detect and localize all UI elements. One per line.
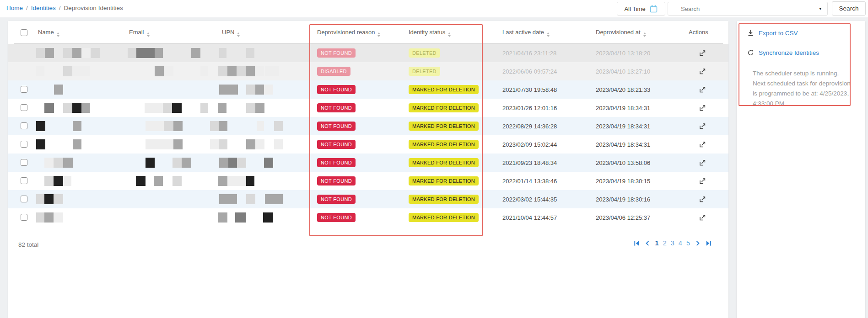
redacted-block xyxy=(63,158,73,168)
identity-status-badge: MARKED FOR DELETION xyxy=(409,176,479,186)
row-checkbox[interactable] xyxy=(21,214,27,221)
redacted-block xyxy=(164,121,173,131)
column-header-name[interactable]: Name xyxy=(38,29,59,37)
search-button[interactable]: Search xyxy=(832,1,866,16)
top-bar: Home/Identities/Deprovision Identities A… xyxy=(0,0,868,17)
open-details-icon[interactable] xyxy=(699,86,706,93)
redacted-block xyxy=(274,194,283,204)
pager-page-5[interactable]: 5 xyxy=(686,239,690,247)
redacted-block xyxy=(63,48,72,58)
pager-page-1[interactable]: 1 xyxy=(655,239,659,247)
table-row: NOT FOUNDMARKED FOR DELETION2021/09/23 1… xyxy=(8,154,728,172)
deprovisioned-reason-badge: NOT FOUND xyxy=(317,85,356,94)
breadcrumb-link[interactable]: Home xyxy=(6,5,23,11)
redacted-block xyxy=(163,103,172,113)
redacted-block xyxy=(146,121,155,131)
redacted-block xyxy=(63,176,71,186)
redacted-block xyxy=(54,176,63,186)
redacted-block xyxy=(218,212,227,223)
redacted-block xyxy=(36,212,44,223)
pager-page-2[interactable]: 2 xyxy=(663,239,667,247)
search-input[interactable]: Search ▾ xyxy=(668,2,828,16)
row-checkbox[interactable] xyxy=(21,122,27,129)
calendar-icon xyxy=(649,5,658,13)
last-active-date: 2022/08/29 14:36:28 xyxy=(502,123,557,130)
export-csv-label: Export to CSV xyxy=(759,30,798,37)
last-active-date: 2023/02/09 15:02:44 xyxy=(502,141,557,148)
redacted-block xyxy=(246,176,254,186)
deprovisioned-at-date: 2023/04/19 18:34:31 xyxy=(596,141,650,148)
sort-icon xyxy=(377,32,380,37)
column-header-actions: Actions xyxy=(689,29,708,36)
sort-icon xyxy=(147,32,150,37)
redacted-block xyxy=(246,85,255,95)
synchronize-identities-label: Synchronize Identities xyxy=(759,49,819,56)
column-header-last-active-date[interactable]: Last active date xyxy=(502,29,550,37)
table-row: NOT FOUNDMARKED FOR DELETION2022/08/29 1… xyxy=(8,117,728,135)
redacted-block xyxy=(136,176,146,186)
open-details-icon[interactable] xyxy=(699,214,706,221)
redacted-block xyxy=(164,139,173,149)
identities-table-card: NameEmailUPNDeprovisioned reasonIdentity… xyxy=(8,21,728,318)
column-header-deprovisioned-reason[interactable]: Deprovisioned reason xyxy=(317,29,380,37)
select-all-checkbox[interactable] xyxy=(21,29,27,36)
redacted-block xyxy=(237,66,246,76)
open-details-icon[interactable] xyxy=(699,159,706,166)
row-checkbox[interactable] xyxy=(21,196,27,202)
pager-previous-icon[interactable] xyxy=(644,240,651,247)
column-header-deprovisioned-at[interactable]: Deprovisioned at xyxy=(596,29,646,37)
redacted-block xyxy=(81,48,91,58)
open-details-icon[interactable] xyxy=(699,123,706,130)
pager-first-icon[interactable] xyxy=(633,240,640,247)
redacted-block xyxy=(210,139,219,149)
redacted-block xyxy=(63,66,72,76)
last-active-date: 2022/01/14 13:38:46 xyxy=(502,178,557,185)
export-csv-button[interactable]: Export to CSV xyxy=(747,29,798,37)
redacted-block xyxy=(246,194,255,204)
open-details-icon[interactable] xyxy=(699,68,706,75)
synchronize-identities-button[interactable]: Synchronize Identities xyxy=(747,49,819,56)
row-checkbox[interactable] xyxy=(21,86,27,93)
pager-page-4[interactable]: 4 xyxy=(679,239,682,247)
table-row: NOT FOUNDMARKED FOR DELETION2023/01/26 1… xyxy=(8,99,728,117)
redacted-block xyxy=(219,139,227,149)
deprovisioned-at-date: 2023/04/10 13:27:10 xyxy=(596,68,650,75)
deprovisioned-at-date: 2023/04/06 12:25:37 xyxy=(596,214,650,221)
row-checkbox[interactable] xyxy=(21,159,27,166)
redacted-block xyxy=(154,103,163,113)
sort-icon xyxy=(448,32,451,37)
time-filter-button[interactable]: All Time xyxy=(617,2,665,16)
open-details-icon[interactable] xyxy=(699,141,706,148)
open-details-icon[interactable] xyxy=(699,50,706,57)
open-details-icon[interactable] xyxy=(699,105,706,111)
column-header-email[interactable]: Email xyxy=(129,29,150,37)
column-header-identity-status[interactable]: Identity status xyxy=(409,29,451,37)
open-details-icon[interactable] xyxy=(699,196,706,203)
total-count: 82 total xyxy=(18,241,38,248)
redacted-block xyxy=(146,158,155,168)
pager-page-3[interactable]: 3 xyxy=(671,239,674,247)
redacted-block xyxy=(72,66,90,76)
redacted-block xyxy=(246,139,255,149)
open-details-icon[interactable] xyxy=(699,178,706,185)
redacted-block xyxy=(191,48,200,58)
row-checkbox[interactable] xyxy=(21,177,27,184)
row-checkbox[interactable] xyxy=(21,104,27,111)
redacted-block xyxy=(265,194,274,204)
redacted-block xyxy=(155,48,163,58)
redacted-block xyxy=(219,85,238,95)
pager-next-icon[interactable] xyxy=(694,240,701,247)
row-checkbox[interactable] xyxy=(21,141,27,148)
column-header-upn[interactable]: UPN xyxy=(222,29,240,37)
table-row: NOT FOUNDMARKED FOR DELETION2022/01/14 1… xyxy=(8,172,728,190)
download-icon xyxy=(747,29,754,37)
redacted-block xyxy=(246,103,255,113)
redacted-block xyxy=(255,103,264,113)
redacted-block xyxy=(36,48,45,58)
redacted-block xyxy=(36,121,45,131)
pager-last-icon[interactable] xyxy=(705,240,712,247)
redacted-block xyxy=(219,121,227,131)
breadcrumb-link[interactable]: Identities xyxy=(31,5,56,11)
redacted-block xyxy=(255,139,264,149)
redacted-block xyxy=(63,103,72,113)
